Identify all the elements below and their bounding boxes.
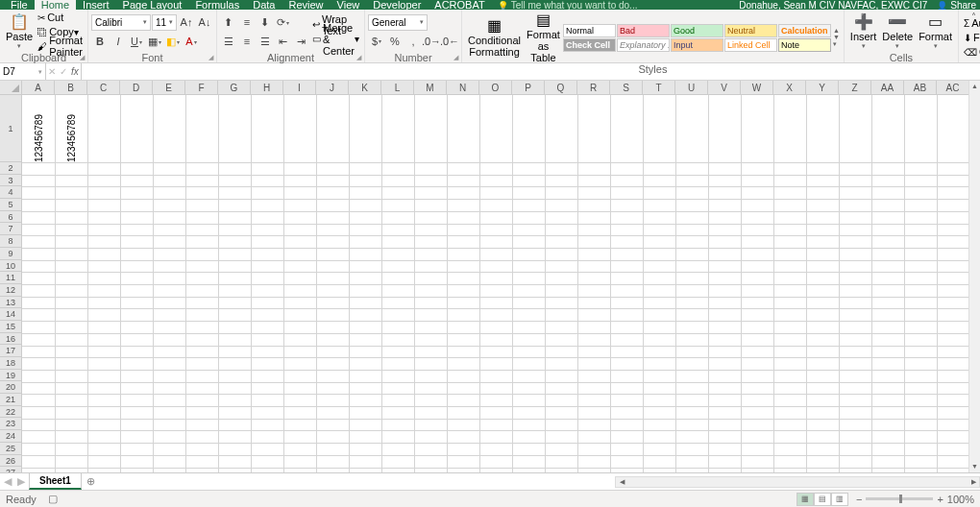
view-pagelayout-icon[interactable]: ▤ xyxy=(814,493,831,506)
decrease-font-icon[interactable]: A↓ xyxy=(196,13,213,31)
row-header-27[interactable]: 27 xyxy=(0,467,21,472)
col-header-C[interactable]: C xyxy=(87,81,120,94)
user-name[interactable]: Donahue, Sean M CIV NAVFAC, EXWC CI7 xyxy=(739,0,927,11)
align-left-icon[interactable]: ☰ xyxy=(220,33,237,50)
alignment-dialog-icon[interactable]: ◢ xyxy=(356,53,361,62)
col-header-R[interactable]: R xyxy=(577,81,610,94)
col-header-Q[interactable]: Q xyxy=(545,81,577,94)
view-normal-icon[interactable]: ▦ xyxy=(796,493,814,506)
number-format-combo[interactable]: General xyxy=(368,14,428,31)
style-input[interactable]: Input xyxy=(671,38,723,52)
col-header-N[interactable]: N xyxy=(447,81,479,94)
fill-color-icon[interactable]: ◧ xyxy=(164,33,182,50)
font-color-icon[interactable]: A xyxy=(183,33,200,50)
insert-cells-button[interactable]: ➕Insert xyxy=(847,12,880,51)
vertical-scrollbar[interactable]: ▲ ▼ xyxy=(968,81,980,472)
zoom-slider[interactable] xyxy=(866,497,933,500)
row-header-5[interactable]: 5 xyxy=(0,199,21,211)
new-sheet-button[interactable]: ⊕ xyxy=(82,473,100,490)
row-header-19[interactable]: 19 xyxy=(0,370,21,382)
increase-font-icon[interactable]: A↑ xyxy=(178,13,195,31)
cells-area[interactable]: 123456789 123456789 xyxy=(22,95,968,472)
row-header-23[interactable]: 23 xyxy=(0,418,21,430)
number-dialog-icon[interactable]: ◢ xyxy=(453,53,458,62)
style-explanatory[interactable]: Explanatory ... xyxy=(617,38,670,52)
font-dialog-icon[interactable]: ◢ xyxy=(208,53,213,62)
cell-styles-gallery[interactable]: Normal Bad Good Neutral Calculation Chec… xyxy=(563,24,831,52)
row-header-21[interactable]: 21 xyxy=(0,394,21,406)
align-top-icon[interactable]: ⬆ xyxy=(220,13,237,31)
zoom-level[interactable]: 100% xyxy=(947,494,974,505)
col-header-J[interactable]: J xyxy=(316,81,349,94)
decrease-decimal-icon[interactable]: .0← xyxy=(441,33,458,50)
name-box[interactable]: D7 xyxy=(0,63,46,80)
col-header-P[interactable]: P xyxy=(512,81,545,94)
select-all-corner[interactable] xyxy=(0,81,22,95)
col-header-E[interactable]: E xyxy=(153,81,185,94)
col-header-I[interactable]: I xyxy=(283,81,316,94)
view-pagebreak-icon[interactable]: ▥ xyxy=(831,493,848,506)
style-good[interactable]: Good xyxy=(671,24,723,37)
col-header-V[interactable]: V xyxy=(708,81,741,94)
col-header-G[interactable]: G xyxy=(218,81,251,94)
style-neutral[interactable]: Neutral xyxy=(724,24,777,37)
row-header-12[interactable]: 12 xyxy=(0,284,21,297)
sheet-tab-sheet1[interactable]: Sheet1 xyxy=(29,473,82,490)
style-bad[interactable]: Bad xyxy=(617,24,670,37)
col-header-S[interactable]: S xyxy=(610,81,643,94)
scroll-right-icon[interactable]: ▶ xyxy=(968,478,979,486)
col-header-AB[interactable]: AB xyxy=(904,81,937,94)
style-note[interactable]: Note xyxy=(778,38,831,52)
row-header-6[interactable]: 6 xyxy=(0,211,21,224)
align-middle-icon[interactable]: ≡ xyxy=(238,13,256,31)
tell-me-search[interactable]: Tell me what you want to do... xyxy=(498,0,638,11)
format-as-table-button[interactable]: ▤Format as Table xyxy=(524,11,563,64)
row-header-4[interactable]: 4 xyxy=(0,186,21,199)
increase-indent-icon[interactable]: ⇥ xyxy=(293,33,310,50)
font-size-combo[interactable]: 11 xyxy=(152,14,177,31)
row-header-25[interactable]: 25 xyxy=(0,443,21,455)
style-calculation[interactable]: Calculation xyxy=(778,24,831,37)
delete-cells-button[interactable]: ➖Delete xyxy=(879,12,916,51)
col-header-W[interactable]: W xyxy=(741,81,773,94)
format-cells-button[interactable]: ▭Format xyxy=(916,12,955,51)
row-header-14[interactable]: 14 xyxy=(0,308,21,321)
comma-format-icon[interactable]: , xyxy=(404,33,422,50)
row-header-3[interactable]: 3 xyxy=(0,175,21,187)
accounting-format-icon[interactable]: $ xyxy=(368,33,385,50)
col-header-M[interactable]: M xyxy=(414,81,447,94)
row-header-18[interactable]: 18 xyxy=(0,357,21,370)
format-painter-button[interactable]: 🖌Format Painter xyxy=(36,39,85,53)
align-bottom-icon[interactable]: ⬇ xyxy=(257,13,274,31)
horizontal-scrollbar[interactable]: ◀ ▶ xyxy=(615,476,980,488)
clipboard-dialog-icon[interactable]: ◢ xyxy=(80,53,85,62)
col-header-O[interactable]: O xyxy=(479,81,512,94)
row-header-22[interactable]: 22 xyxy=(0,406,21,419)
row-header-16[interactable]: 16 xyxy=(0,333,21,346)
macro-record-icon[interactable]: ▢ xyxy=(48,493,58,505)
row-header-10[interactable]: 10 xyxy=(0,260,21,273)
col-header-B[interactable]: B xyxy=(55,81,87,94)
column-headers[interactable]: ABCDEFGHIJKLMNOPQRSTUVWXYZAAABAC xyxy=(22,81,968,95)
styles-gallery-scroll[interactable]: ▲▼▾ xyxy=(832,27,841,48)
conditional-formatting-button[interactable]: ▦Conditional Formatting xyxy=(465,16,524,59)
row-header-20[interactable]: 20 xyxy=(0,381,21,394)
underline-icon[interactable]: U xyxy=(128,33,145,50)
fill-button[interactable]: ⬇Fill ▾ xyxy=(962,31,980,44)
row-header-9[interactable]: 9 xyxy=(0,248,21,260)
insert-function-icon[interactable]: fx xyxy=(71,66,79,77)
col-header-AC[interactable]: AC xyxy=(937,81,969,94)
col-header-D[interactable]: D xyxy=(120,81,153,94)
col-header-T[interactable]: T xyxy=(643,81,675,94)
col-header-H[interactable]: H xyxy=(251,81,283,94)
col-header-Z[interactable]: Z xyxy=(839,81,871,94)
merge-center-button[interactable]: ▭Merge & Center ▾ xyxy=(310,33,361,46)
col-header-L[interactable]: L xyxy=(381,81,414,94)
row-header-17[interactable]: 17 xyxy=(0,345,21,357)
cell-a1[interactable]: 123456789 xyxy=(22,95,55,162)
scroll-left-icon[interactable]: ◀ xyxy=(616,478,627,486)
italic-icon[interactable]: I xyxy=(110,33,127,50)
col-header-Y[interactable]: Y xyxy=(806,81,839,94)
decrease-indent-icon[interactable]: ⇤ xyxy=(275,33,292,50)
collapse-ribbon-icon[interactable]: ˄ xyxy=(971,12,976,22)
